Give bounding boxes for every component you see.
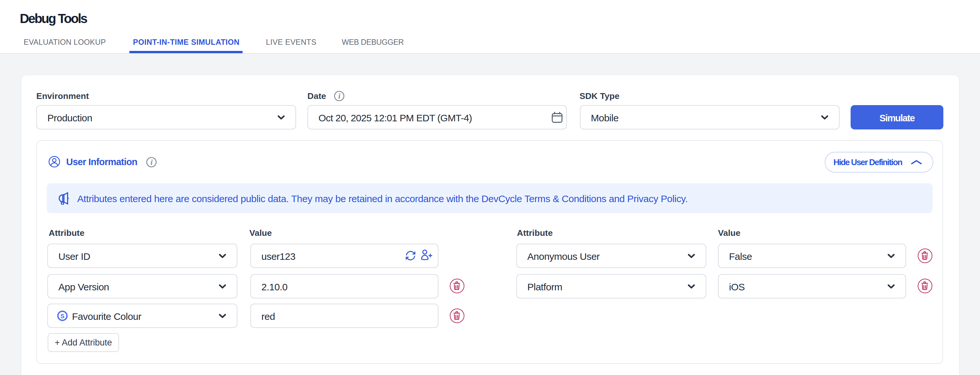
svg-text:i: i	[338, 92, 340, 100]
svg-text:i: i	[151, 158, 153, 166]
svg-text:S: S	[60, 313, 65, 319]
